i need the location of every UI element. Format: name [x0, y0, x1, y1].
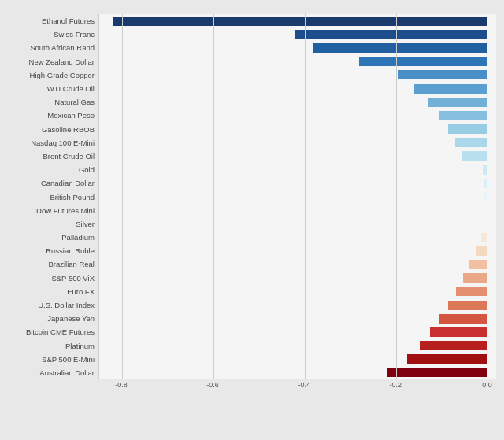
- bar-row: [99, 285, 496, 298]
- bar-row: [99, 28, 496, 41]
- y-label: Brazilian Real: [8, 257, 98, 271]
- y-label: Palladium: [8, 231, 98, 244]
- bar: [295, 30, 487, 39]
- bar: [313, 43, 487, 53]
- bar-row: [99, 339, 496, 353]
- y-label: Gold: [8, 163, 98, 176]
- y-label: South African Rand: [8, 41, 98, 54]
- y-label: Mexican Peso: [8, 109, 98, 122]
- bar: [456, 287, 487, 296]
- y-label: Brent Crude Oil: [8, 150, 98, 163]
- bar-row: [99, 272, 496, 285]
- bar-row: [99, 325, 496, 338]
- bar: [448, 301, 487, 310]
- chart-area: Ethanol FuturesSwiss FrancSouth African …: [8, 14, 496, 379]
- grid-line: [396, 14, 397, 379]
- bar: [463, 273, 487, 283]
- bar-row: [99, 257, 496, 271]
- y-label: U.S. Dollar Index: [8, 298, 98, 312]
- y-label: Bitcoin CME Futures: [8, 325, 98, 338]
- bars-area: [98, 14, 496, 379]
- y-label: Russian Ruble: [8, 244, 98, 257]
- y-label: Dow Futures Mini: [8, 204, 98, 217]
- bar-row: [99, 123, 496, 136]
- grid-line: [213, 14, 214, 379]
- bar: [439, 314, 487, 324]
- grid-line: [487, 14, 487, 379]
- bar: [398, 70, 487, 79]
- bar-row: [99, 68, 496, 82]
- bar-row: [99, 14, 496, 28]
- bar: [481, 233, 487, 242]
- y-label: High Grade Copper: [8, 68, 98, 82]
- bar-row: [99, 136, 496, 150]
- grid-line: [122, 14, 123, 379]
- bar: [462, 151, 487, 161]
- x-tick-label: -0.4: [298, 381, 310, 389]
- bar: [414, 84, 487, 94]
- y-label: Australian Dollar: [8, 366, 98, 379]
- bar-row: [99, 41, 496, 54]
- bar: [430, 327, 487, 337]
- bar-row: [99, 150, 496, 163]
- bar: [359, 57, 487, 66]
- bar-row: [99, 109, 496, 122]
- bar: [448, 124, 487, 134]
- bar-row: [99, 231, 496, 244]
- y-label: Silver: [8, 217, 98, 231]
- bar-row: [99, 95, 496, 109]
- bar-row: [99, 312, 496, 325]
- bar-row: [99, 204, 496, 217]
- bar: [113, 17, 487, 26]
- bar-row: [99, 55, 496, 68]
- bar: [455, 138, 487, 147]
- y-label: Nasdaq 100 E-Mini: [8, 136, 98, 150]
- bar: [439, 111, 487, 120]
- bar: [387, 368, 487, 377]
- y-label: S&P 500 ViX: [8, 272, 98, 285]
- y-label: WTI Crude Oil: [8, 82, 98, 95]
- bar-row: [99, 82, 496, 95]
- bar: [407, 354, 487, 364]
- grid-line: [305, 14, 306, 379]
- bar: [469, 260, 487, 269]
- x-tick-label: -0.6: [206, 381, 219, 389]
- y-label: Ethanol Futures: [8, 14, 98, 28]
- bar-row: [99, 190, 496, 203]
- y-label: Euro FX: [8, 285, 98, 298]
- bar-row: [99, 163, 496, 176]
- bar: [428, 98, 487, 107]
- bar-row: [99, 366, 496, 379]
- y-labels: Ethanol FuturesSwiss FrancSouth African …: [8, 14, 98, 379]
- y-label: Natural Gas: [8, 95, 98, 109]
- y-label: Swiss Franc: [8, 28, 98, 41]
- y-label: New Zealand Dollar: [8, 55, 98, 68]
- bar: [476, 246, 487, 256]
- bar-row: [99, 353, 496, 366]
- bar: [420, 341, 487, 350]
- bar-row: [99, 298, 496, 312]
- chart-container: Ethanol FuturesSwiss FrancSouth African …: [0, 0, 504, 440]
- x-tick-label: -0.2: [390, 381, 402, 389]
- x-tick-label: -0.8: [115, 381, 128, 389]
- y-label: S&P 500 E-Mini: [8, 353, 98, 366]
- x-tick-label: 0.0: [482, 381, 492, 389]
- bar-row: [99, 244, 496, 257]
- y-label: Gasoline RBOB: [8, 123, 98, 136]
- y-label: Canadian Dollar: [8, 176, 98, 190]
- bar-row: [99, 176, 496, 190]
- y-label: Platinum: [8, 339, 98, 353]
- y-label: British Pound: [8, 190, 98, 203]
- bar-row: [99, 217, 496, 231]
- y-label: Japanese Yen: [8, 312, 98, 325]
